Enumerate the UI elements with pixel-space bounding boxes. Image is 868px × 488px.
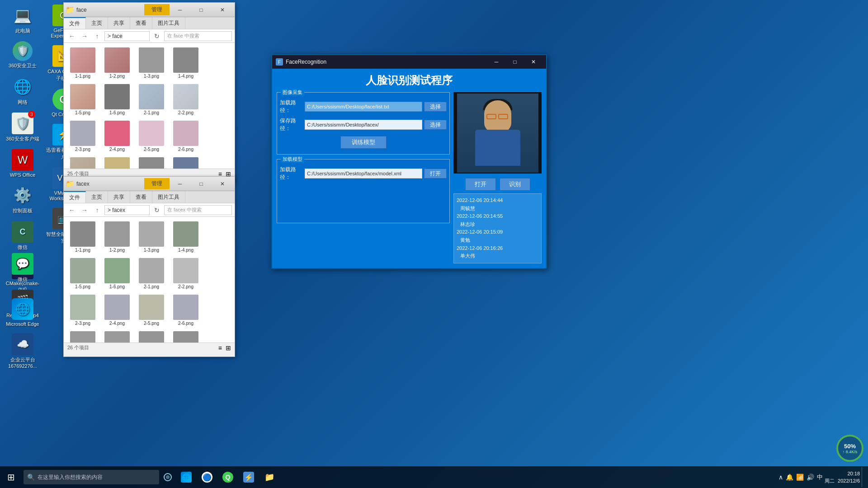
face-app-titlebar[interactable]: F FaceRecognition ─ □ ✕ [272, 55, 546, 69]
save-path-input[interactable] [305, 120, 422, 130]
refresh-button2[interactable]: ↻ [151, 205, 162, 216]
grid-view-button2[interactable]: ⊞ [226, 344, 231, 352]
list-item[interactable]: 2-1.png [135, 256, 168, 291]
chevron-up-icon[interactable]: ∧ [778, 474, 783, 481]
maximize-button2[interactable]: □ [191, 177, 212, 191]
manage-label2[interactable]: 管理 [144, 178, 170, 189]
list-item[interactable]: 1-3.png [135, 220, 168, 254]
address-path[interactable]: > face [104, 31, 150, 41]
recognize-button[interactable]: 识别 [500, 178, 530, 191]
close-button2[interactable]: ✕ [212, 177, 233, 191]
list-item[interactable]: 2-1.png [135, 82, 168, 117]
list-item[interactable]: 1-4.png [170, 46, 202, 80]
list-item[interactable]: 1-1.png [66, 220, 99, 254]
load-path-input[interactable] [305, 102, 422, 112]
start-button[interactable]: ⊞ [0, 466, 22, 488]
list-item[interactable]: 1-6.png [101, 82, 133, 117]
list-item[interactable]: 2-2.png [170, 82, 202, 117]
save-select-button[interactable]: 选择 [424, 120, 447, 130]
list-item[interactable]: 3-4.png [170, 329, 202, 343]
desktop-icon-computer[interactable]: 💻 此电脑 [5, 5, 41, 34]
ime-icon[interactable]: 中 [817, 473, 823, 481]
list-item[interactable]: 2-2.png [170, 256, 202, 291]
list-item[interactable]: 3-2.png [101, 329, 133, 343]
train-model-button[interactable]: 训练模型 [340, 136, 387, 149]
list-view-button2[interactable]: ≡ [218, 344, 222, 352]
open-button[interactable]: 打开 [465, 178, 496, 191]
manage-label[interactable]: 管理 [144, 4, 170, 15]
list-item[interactable]: 2-4.png [101, 119, 133, 154]
list-item[interactable]: 1-4.png [170, 220, 202, 254]
list-item[interactable]: 1-2.png [101, 220, 133, 254]
list-item[interactable]: 1-6.png [101, 256, 133, 291]
desktop-icon-wps[interactable]: W WPS Office [5, 149, 41, 178]
tab-view[interactable]: 查看 [130, 17, 152, 29]
list-item[interactable]: 2-3.png [66, 293, 99, 328]
face-maximize-button[interactable]: □ [506, 56, 524, 68]
taskbar-app4-icon[interactable]: ⚡ [239, 467, 259, 487]
address-path2[interactable]: > facex [104, 205, 150, 215]
back-button2[interactable]: ← [66, 205, 77, 216]
list-item[interactable]: 2-3.png [66, 119, 99, 154]
list-item[interactable]: 2-6.png [170, 119, 202, 154]
refresh-button[interactable]: ↻ [151, 31, 162, 42]
minimize-button2[interactable]: ─ [170, 177, 190, 191]
back-button[interactable]: ← [66, 31, 77, 42]
maximize-button[interactable]: □ [191, 3, 212, 17]
tab-file2[interactable]: 文件 [64, 191, 86, 203]
minimize-button[interactable]: ─ [170, 3, 190, 17]
tab-view2[interactable]: 查看 [130, 191, 152, 203]
list-item[interactable]: 3-1.png [66, 329, 99, 343]
tab-share2[interactable]: 共享 [108, 191, 130, 203]
load-select-button[interactable]: 选择 [424, 102, 447, 112]
desktop-icon-wechat[interactable]: 💬 微信 [5, 253, 41, 283]
list-item[interactable]: 1-1.png [66, 46, 99, 80]
desktop-icon-control[interactable]: ⚙️ 控制面板 [5, 184, 41, 214]
face-close-button[interactable]: ✕ [524, 56, 542, 68]
tab-picture-tools[interactable]: 图片工具 [152, 17, 185, 29]
forward-button2[interactable]: → [79, 205, 90, 216]
list-item[interactable]: 2-4.png [101, 293, 133, 328]
model-open-button[interactable]: 打开 [424, 169, 447, 178]
taskbar-chrome-icon[interactable]: 🔵 [197, 467, 217, 487]
tab-home[interactable]: 主页 [86, 17, 108, 29]
list-item[interactable]: 1-5.png [66, 256, 99, 291]
list-item[interactable]: 3-3.png [135, 329, 168, 343]
model-path-input[interactable] [305, 169, 422, 178]
list-item[interactable]: 1-5.png [66, 82, 99, 117]
list-item[interactable]: 3-3.png [135, 155, 168, 169]
face-minimize-button[interactable]: ─ [487, 56, 505, 68]
explorer-facex-titlebar[interactable]: 📁 facex 管理 ─ □ ✕ [64, 177, 235, 191]
taskbar-search[interactable]: 🔍 在这里输入你想搜索的内容 [24, 470, 159, 484]
forward-button[interactable]: → [79, 31, 90, 42]
volume-icon[interactable]: 🔊 [807, 474, 814, 481]
list-item[interactable]: 3-1.png [66, 155, 99, 169]
desktop-icon-network[interactable]: 🌐 网络 [5, 76, 41, 106]
list-item[interactable]: 2-6.png [170, 293, 202, 328]
list-item[interactable]: 1-3.png [135, 46, 168, 80]
tab-file[interactable]: 文件 [64, 17, 86, 29]
wifi-icon[interactable]: 📶 [796, 474, 804, 481]
list-item[interactable]: 2-5.png [135, 119, 168, 154]
explorer-face-titlebar[interactable]: 📁 face 管理 ─ □ ✕ [64, 3, 235, 17]
taskbar-time[interactable]: 20:18 周二 2022/12/6 [825, 470, 860, 485]
taskbar-edge-icon[interactable]: 🌐 [176, 467, 196, 487]
tab-home2[interactable]: 主页 [86, 191, 108, 203]
notification-icon[interactable]: 🔔 [786, 474, 793, 481]
search-box2[interactable]: 在 facex 中搜索 [164, 205, 232, 215]
taskbar-explorer-icon[interactable]: 📁 [259, 467, 279, 487]
taskbar-qt-icon[interactable]: Q [218, 467, 238, 487]
desktop-icon-enterprise[interactable]: ☁️ 企业云平台167692276... [5, 333, 41, 369]
list-item[interactable]: 1-2.png [101, 46, 133, 80]
close-button[interactable]: ✕ [212, 3, 233, 17]
desktop-icon-360safe2[interactable]: 🛡️ 3 360安全客户端 [5, 113, 41, 142]
tab-picture-tools2[interactable]: 图片工具 [152, 191, 185, 203]
show-desktop-button[interactable] [862, 467, 864, 487]
up-button2[interactable]: ↑ [92, 205, 103, 216]
search-box[interactable]: 在 face 中搜索 [164, 31, 232, 41]
up-button[interactable]: ↑ [92, 31, 103, 42]
cortana-icon[interactable] [161, 467, 175, 487]
desktop-icon-cmake[interactable]: C 微信 [5, 221, 41, 251]
desktop-icon-360safe[interactable]: 🛡️ 360安全卫士 [5, 41, 41, 69]
desktop-icon-edge[interactable]: 🌐 Microsoft Edge [5, 298, 41, 327]
